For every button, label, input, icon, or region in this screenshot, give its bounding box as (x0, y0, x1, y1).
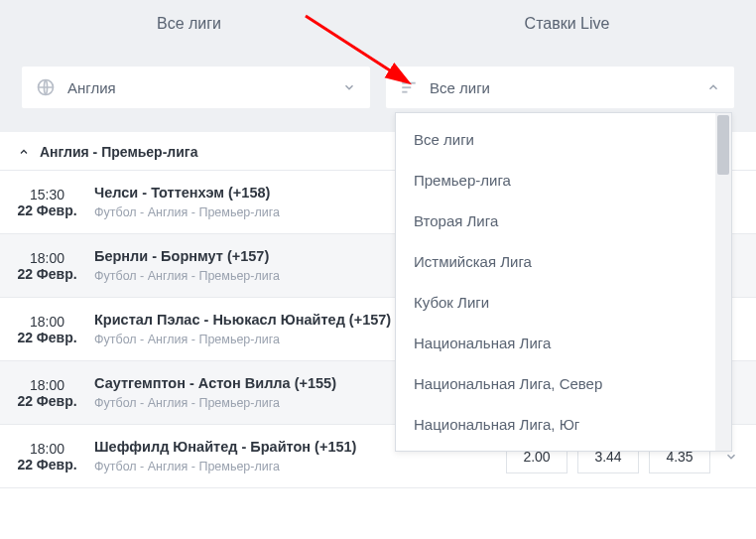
tab-live-bets[interactable]: Ставки Live (378, 0, 756, 47)
league-dropdown-item[interactable]: Национальная Лига, Юг (396, 404, 715, 445)
chevron-down-icon (342, 80, 356, 94)
match-time: 18:00 (30, 441, 64, 457)
time-column: 18:0022 Февр. (0, 298, 94, 360)
svg-rect-2 (402, 86, 411, 88)
match-date: 22 Февр. (17, 202, 76, 218)
league-dropdown-item[interactable]: Национальная Лига, Север (396, 363, 715, 404)
chevron-up-icon (706, 80, 720, 94)
league-dropdown-item[interactable]: Все лиги (396, 119, 715, 160)
tab-all-leagues[interactable]: Все лиги (0, 0, 378, 47)
top-tabs: Все лиги Ставки Live (0, 0, 756, 47)
league-filter[interactable]: Все лиги (386, 67, 734, 108)
time-column: 18:0022 Февр. (0, 234, 94, 297)
match-time: 18:00 (30, 250, 64, 266)
section-title: Англия - Премьер-лига (40, 144, 197, 160)
league-dropdown-list: Все лигиПремьер-лигаВторая ЛигаИстмийска… (396, 113, 715, 451)
filter-icon (400, 78, 418, 96)
league-dropdown-item[interactable]: Национальная Лига (396, 323, 715, 363)
svg-rect-3 (402, 91, 407, 93)
match-date: 22 Февр. (17, 457, 76, 472)
league-dropdown-item[interactable]: Вторая Лига (396, 201, 715, 241)
league-filter-label: Все лиги (430, 79, 490, 96)
match-date: 22 Февр. (17, 266, 76, 282)
league-dropdown-item[interactable]: Премьер-лига (396, 160, 715, 201)
match-time: 15:30 (30, 187, 64, 202)
time-column: 18:0022 Февр. (0, 361, 94, 424)
country-filter[interactable]: Англия (22, 67, 370, 108)
match-subtitle: Футбол - Англия - Премьер-лига (94, 460, 506, 473)
match-date: 22 Февр. (17, 393, 76, 409)
scrollbar[interactable] (715, 113, 731, 451)
time-column: 15:3022 Февр. (0, 171, 94, 233)
svg-rect-1 (402, 82, 416, 84)
match-time: 18:00 (30, 377, 64, 393)
chevron-up-icon (18, 146, 30, 158)
league-dropdown-item[interactable]: Истмийская Лига (396, 241, 715, 282)
globe-icon (36, 77, 56, 97)
time-column: 18:0022 Февр. (0, 425, 94, 487)
league-dropdown: Все лигиПремьер-лигаВторая ЛигаИстмийска… (395, 112, 732, 452)
country-filter-label: Англия (67, 79, 116, 96)
match-date: 22 Февр. (17, 330, 76, 345)
scrollbar-thumb[interactable] (717, 115, 729, 175)
league-dropdown-item[interactable]: Кубок Лиги (396, 282, 715, 323)
match-time: 18:00 (30, 314, 64, 330)
